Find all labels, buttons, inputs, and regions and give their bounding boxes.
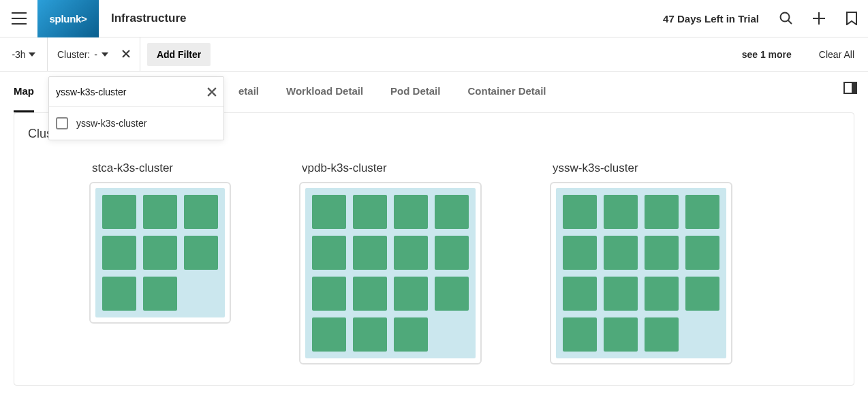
cluster-grid <box>556 188 726 358</box>
pod-tile[interactable] <box>312 195 346 229</box>
pod-tile[interactable] <box>645 236 679 270</box>
pod-tile[interactable] <box>435 236 469 270</box>
pod-tile[interactable] <box>353 195 387 229</box>
tab-map[interactable]: Map <box>14 72 34 112</box>
page-title: Infrastructure <box>99 12 652 25</box>
svg-rect-2 <box>852 82 856 93</box>
panel-toggle-button[interactable] <box>843 81 857 97</box>
pod-tile[interactable] <box>102 195 136 229</box>
pod-tile[interactable] <box>604 277 638 311</box>
sidebar-toggle-icon <box>843 81 857 95</box>
pod-tile[interactable] <box>645 195 679 229</box>
cluster-grid <box>305 188 476 358</box>
bookmark-button[interactable] <box>835 0 868 37</box>
dropdown-input-row <box>49 77 223 107</box>
cluster-card[interactable]: yssw-k3s-cluster <box>550 161 732 364</box>
main-content: Cluster Map stca-k3s-cluster <box>0 112 868 404</box>
hamburger-icon <box>12 12 27 25</box>
pod-tile[interactable] <box>143 236 177 270</box>
checkbox-icon <box>56 117 68 129</box>
pod-tile[interactable] <box>143 195 177 229</box>
pod-tile[interactable] <box>394 195 428 229</box>
top-header: splunk> Infrastructure 47 Days Left in T… <box>0 0 868 37</box>
pod-tile[interactable] <box>645 277 679 311</box>
clusters-row: stca-k3s-cluster vpdb-k3s-cluster <box>28 161 840 364</box>
pod-tile[interactable] <box>604 236 638 270</box>
trial-status[interactable]: 47 Days Left in Trial <box>652 13 770 25</box>
cluster-filter-label: Cluster: <box>57 49 90 60</box>
pod-tile[interactable] <box>563 236 597 270</box>
tab-workload-detail[interactable]: Workload Detail <box>286 72 363 112</box>
plus-icon <box>812 12 826 25</box>
pod-tile[interactable] <box>353 317 387 352</box>
pod-tile[interactable] <box>563 317 597 352</box>
pod-tile[interactable] <box>102 236 136 270</box>
see-more-link[interactable]: see 1 more <box>728 49 805 60</box>
pod-tile[interactable] <box>143 277 177 311</box>
pod-tile[interactable] <box>394 277 428 311</box>
close-icon <box>207 87 217 97</box>
pod-tile[interactable] <box>353 277 387 311</box>
pod-tile[interactable] <box>645 317 679 352</box>
pod-tile[interactable] <box>394 317 428 352</box>
pod-tile[interactable] <box>435 195 469 229</box>
cluster-filter-dropdown: yssw-k3s-cluster <box>48 76 224 140</box>
cluster-card[interactable]: vpdb-k3s-cluster <box>299 161 482 364</box>
time-picker-value: -3h <box>12 49 25 60</box>
pod-tile[interactable] <box>184 195 218 229</box>
tab-container-detail[interactable]: Container Detail <box>467 72 546 112</box>
add-button[interactable] <box>803 0 835 37</box>
menu-button[interactable] <box>0 0 37 37</box>
clear-all-button[interactable]: Clear All <box>805 49 868 60</box>
dropdown-option[interactable]: yssw-k3s-cluster <box>49 107 223 140</box>
pod-tile[interactable] <box>312 277 346 311</box>
cluster-map-panel: Cluster Map stca-k3s-cluster <box>14 112 854 386</box>
pod-tile[interactable] <box>353 236 387 270</box>
pod-tile[interactable] <box>394 236 428 270</box>
pod-tile[interactable] <box>312 236 346 270</box>
pod-tile[interactable] <box>435 277 469 311</box>
cluster-name: stca-k3s-cluster <box>89 161 231 175</box>
bookmark-icon <box>846 12 857 25</box>
dropdown-search-input[interactable] <box>56 87 207 97</box>
pod-tile[interactable] <box>604 195 638 229</box>
pod-tile[interactable] <box>685 236 719 270</box>
close-icon <box>122 50 130 58</box>
cluster-grid <box>95 188 225 317</box>
svg-point-0 <box>781 13 790 22</box>
cluster-filter[interactable]: Cluster: - <box>48 37 140 72</box>
cluster-name: yssw-k3s-cluster <box>550 161 732 175</box>
dropdown-option-label: yssw-k3s-cluster <box>76 118 146 129</box>
dropdown-clear-button[interactable] <box>207 87 217 97</box>
clear-filter-button[interactable] <box>122 49 130 60</box>
time-picker[interactable]: -3h <box>0 37 48 72</box>
cluster-box <box>89 182 231 324</box>
cluster-card[interactable]: stca-k3s-cluster <box>89 161 231 324</box>
pod-tile[interactable] <box>563 277 597 311</box>
search-button[interactable] <box>770 0 803 37</box>
pod-tile[interactable] <box>312 317 346 352</box>
filter-bar: -3h Cluster: - Add Filter see 1 more Cle… <box>0 37 868 72</box>
pod-tile[interactable] <box>184 236 218 270</box>
pod-tile[interactable] <box>685 195 719 229</box>
pod-tile[interactable] <box>563 195 597 229</box>
cluster-box <box>299 182 482 364</box>
pod-tile[interactable] <box>685 277 719 311</box>
chevron-down-icon <box>102 52 108 57</box>
chevron-down-icon <box>29 52 35 57</box>
cluster-name: vpdb-k3s-cluster <box>299 161 482 175</box>
pod-tile[interactable] <box>604 317 638 352</box>
search-icon <box>779 12 793 25</box>
cluster-filter-value: - <box>94 49 97 60</box>
tab-node-detail[interactable]: etail <box>238 72 259 112</box>
cluster-box <box>550 182 732 364</box>
tab-pod-detail[interactable]: Pod Detail <box>390 72 440 112</box>
pod-tile[interactable] <box>102 277 136 311</box>
add-filter-button[interactable]: Add Filter <box>147 43 211 66</box>
brand-logo[interactable]: splunk> <box>37 0 99 37</box>
